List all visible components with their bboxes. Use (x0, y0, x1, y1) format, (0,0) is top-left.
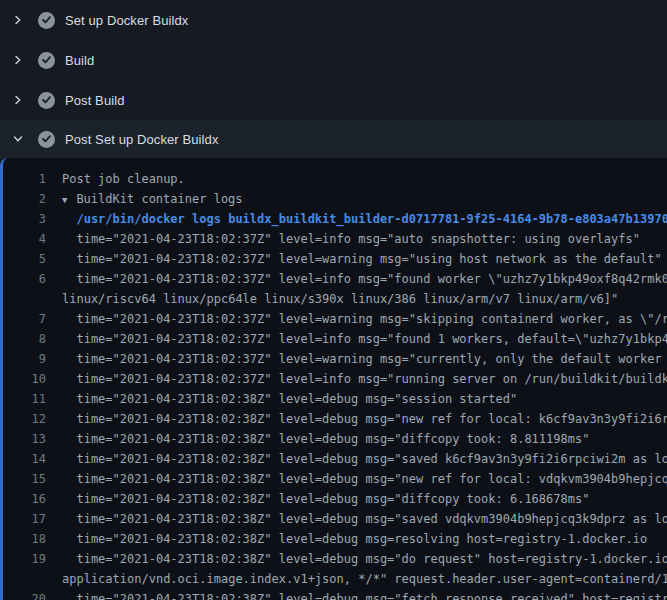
log-line-number[interactable]: 2 (3, 189, 46, 209)
log-line-text: time="2021-04-23T18:02:38Z" level=debug … (46, 469, 667, 489)
log-line-text: time="2021-04-23T18:02:37Z" level=info m… (46, 269, 667, 289)
log-line-text: time="2021-04-23T18:02:37Z" level=warnin… (46, 349, 667, 369)
log-line-text: time="2021-04-23T18:02:38Z" level=debug … (46, 529, 647, 549)
log-line: 20 time="2021-04-23T18:02:38Z" level=deb… (3, 589, 667, 600)
log-line-text: time="2021-04-23T18:02:37Z" level=info m… (46, 329, 667, 349)
log-line-number[interactable]: 15 (3, 469, 46, 489)
log-line-text: ▼BuildKit container logs (46, 189, 243, 209)
log-line-text: time="2021-04-23T18:02:37Z" level=warnin… (46, 249, 662, 269)
log-line-text: time="2021-04-23T18:02:37Z" level=info m… (46, 229, 640, 249)
log-line-number[interactable]: 6 (3, 269, 46, 289)
log-command-text: /usr/bin/docker logs buildx_buildkit_bui… (46, 209, 667, 229)
step-label: Set up Docker Buildx (65, 13, 188, 28)
step-header-post-build[interactable]: Post Build (0, 80, 667, 120)
check-circle-icon (38, 52, 55, 69)
log-line-number[interactable]: 5 (3, 249, 46, 269)
log-line: 7 time="2021-04-23T18:02:37Z" level=warn… (3, 309, 667, 329)
log-line-number[interactable]: 12 (3, 409, 46, 429)
log-line-number[interactable]: 19 (3, 549, 46, 569)
log-line-number[interactable]: 18 (3, 529, 46, 549)
log-line-number[interactable]: 4 (3, 229, 46, 249)
log-line-text: time="2021-04-23T18:02:38Z" level=debug … (46, 429, 589, 449)
chevron-right-icon (13, 95, 23, 105)
log-line-text: time="2021-04-23T18:02:38Z" level=debug … (46, 389, 517, 409)
log-line-text: linux/riscv64 linux/ppc64le linux/s390x … (46, 289, 618, 309)
log-line-text: application/vnd.oci.image.index.v1+json,… (46, 569, 667, 589)
log-line: 17 time="2021-04-23T18:02:38Z" level=deb… (3, 509, 667, 529)
log-line-number[interactable]: 1 (3, 169, 46, 189)
step-list: Set up Docker BuildxBuildPost BuildPost … (0, 0, 667, 158)
log-line: 10 time="2021-04-23T18:02:37Z" level=inf… (3, 369, 667, 389)
check-circle-icon (38, 92, 55, 109)
check-circle-icon (38, 12, 55, 29)
log-line: 14 time="2021-04-23T18:02:38Z" level=deb… (3, 449, 667, 469)
log-line: 6 time="2021-04-23T18:02:37Z" level=info… (3, 269, 667, 289)
log-line-number[interactable]: 16 (3, 489, 46, 509)
log-line: 11 time="2021-04-23T18:02:38Z" level=deb… (3, 389, 667, 409)
log-line: 2▼BuildKit container logs (3, 189, 667, 209)
log-line-text: time="2021-04-23T18:02:38Z" level=debug … (46, 589, 667, 600)
triangle-down-icon[interactable]: ▼ (62, 190, 76, 210)
log-line-text: time="2021-04-23T18:02:38Z" level=debug … (46, 449, 667, 469)
log-line-text: time="2021-04-23T18:02:38Z" level=debug … (46, 549, 667, 569)
log-line-text: time="2021-04-23T18:02:38Z" level=debug … (46, 509, 667, 529)
log-line: 18 time="2021-04-23T18:02:38Z" level=deb… (3, 529, 667, 549)
log-line-number[interactable]: 9 (3, 349, 46, 369)
log-group-title[interactable]: BuildKit container logs (76, 192, 242, 206)
log-line-number[interactable]: 10 (3, 369, 46, 389)
log-line-text: Post job cleanup. (46, 169, 185, 189)
log-line: 13 time="2021-04-23T18:02:38Z" level=deb… (3, 429, 667, 449)
log-line: 8 time="2021-04-23T18:02:37Z" level=info… (3, 329, 667, 349)
log-line: 15 time="2021-04-23T18:02:38Z" level=deb… (3, 469, 667, 489)
step-header-build[interactable]: Build (0, 40, 667, 80)
log-line: 5 time="2021-04-23T18:02:37Z" level=warn… (3, 249, 667, 269)
log-line-number (3, 569, 46, 589)
chevron-down-icon (13, 134, 23, 144)
log-line: 4 time="2021-04-23T18:02:37Z" level=info… (3, 229, 667, 249)
step-header-post-set-up-docker-buildx[interactable]: Post Set up Docker Buildx (0, 120, 667, 158)
step-label: Post Build (65, 93, 125, 108)
chevron-right-icon (13, 55, 23, 65)
log-line: 12 time="2021-04-23T18:02:38Z" level=deb… (3, 409, 667, 429)
log-line: 3 /usr/bin/docker logs buildx_buildkit_b… (3, 209, 667, 229)
check-circle-icon (38, 131, 55, 148)
step-header-set-up-docker-buildx[interactable]: Set up Docker Buildx (0, 0, 667, 40)
log-line-number[interactable]: 3 (3, 209, 46, 229)
log-line-number[interactable]: 14 (3, 449, 46, 469)
log-line-text: time="2021-04-23T18:02:37Z" level=warnin… (46, 309, 667, 329)
log-line: 16 time="2021-04-23T18:02:38Z" level=deb… (3, 489, 667, 509)
log-line: application/vnd.oci.image.index.v1+json,… (3, 569, 667, 589)
log-line: 19 time="2021-04-23T18:02:38Z" level=deb… (3, 549, 667, 569)
log-line-number[interactable]: 17 (3, 509, 46, 529)
step-label: Build (65, 53, 94, 68)
log-line-text: time="2021-04-23T18:02:38Z" level=debug … (46, 409, 667, 429)
log-line-number[interactable]: 8 (3, 329, 46, 349)
log-panel: 1Post job cleanup.2▼BuildKit container l… (0, 158, 667, 600)
log-line-number (3, 289, 46, 309)
log-line-number[interactable]: 11 (3, 389, 46, 409)
log-line-number[interactable]: 20 (3, 589, 46, 600)
log-line-text: time="2021-04-23T18:02:38Z" level=debug … (46, 489, 589, 509)
log-line-number[interactable]: 7 (3, 309, 46, 329)
step-label: Post Set up Docker Buildx (65, 132, 219, 147)
log-line-text: time="2021-04-23T18:02:37Z" level=info m… (46, 369, 667, 389)
chevron-right-icon (13, 15, 23, 25)
workflow-log-viewer: Set up Docker BuildxBuildPost BuildPost … (0, 0, 667, 600)
log-line: 1Post job cleanup. (3, 169, 667, 189)
log-line: 9 time="2021-04-23T18:02:37Z" level=warn… (3, 349, 667, 369)
log-line-number[interactable]: 13 (3, 429, 46, 449)
log-line: linux/riscv64 linux/ppc64le linux/s390x … (3, 289, 667, 309)
